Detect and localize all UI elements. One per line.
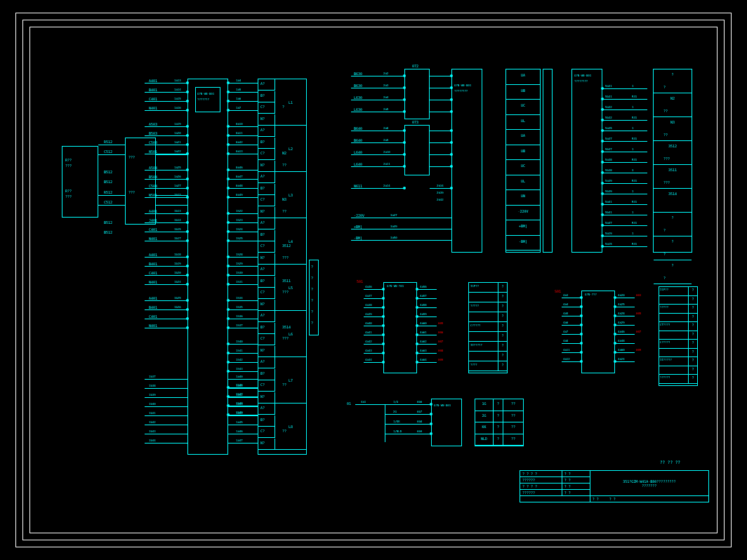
left-connector: R?? ??? R?? ??? [62, 146, 98, 218]
tb-r1-0: ?????? [520, 477, 562, 484]
tb-r0-1: ? ? [562, 471, 590, 477]
conn1-ref: 501 [357, 279, 363, 284]
conn2-name: G?N-??? [585, 293, 597, 296]
far-right-table: ??N2??N3??3512???3511???3514?????? [653, 69, 692, 253]
connector-2: G?N-??? [581, 291, 615, 373]
cad-canvas: R?? ??? R?? ??? ??? ??? R512B512C512B512… [0, 0, 747, 560]
component-sub: ??????? [197, 98, 209, 101]
tb-r2-1: ? ? [562, 484, 590, 490]
pin-table: A?L1B?C??N?A?L2B?C?N2N???A?L3B?C?N3N???A… [258, 79, 307, 455]
status-table-2: I1P???????????CT??????C???????II????????… [659, 286, 698, 386]
volt-side [543, 69, 553, 253]
title-block: ? ? ? ?? ?351?GZM-W41A-B80??????????????… [520, 470, 709, 502]
main-ic-body [187, 79, 228, 455]
status-table-1: I1P???????????C???????II???????????? [468, 282, 508, 373]
tb-sub: ??????? [642, 484, 656, 488]
pin-side: ?????? [309, 260, 319, 335]
r1-sub: ??? [65, 164, 72, 168]
comp-073: 073 [404, 125, 430, 175]
right-ic: G?N-WN-801 ???????? [571, 69, 602, 253]
tb-f0: ? ? [593, 497, 599, 501]
tb-topright: ?? ?? ?? [660, 460, 680, 465]
bottom-table: 1G???2G???KK???NLD??? [475, 399, 524, 446]
rmain-label: G?N-WN-801 [454, 84, 471, 87]
comp-072: 072 [404, 69, 430, 119]
r1-label: R?? [65, 158, 72, 162]
conn2-ref: S01 [555, 289, 561, 293]
tb-r1-1: ? ? [562, 477, 590, 484]
rmain-sub: ???????? [454, 89, 468, 93]
c072-label: 072 [412, 64, 418, 68]
tb-r2-0: ? ? ? ? [520, 484, 562, 490]
main-ic-label: G?N-WN-801 ??????? [195, 87, 220, 112]
tb-f1: ? ? [609, 497, 616, 501]
bottom-ic: G?N-WN-801 [431, 399, 462, 446]
ric-label: G?N-WN-801 [574, 74, 591, 77]
c073-label: 073 [412, 120, 418, 124]
tb-r3-1: ? ? [562, 490, 590, 496]
center-lbl-1: ??? [128, 190, 135, 194]
ric-sub: ???????? [574, 79, 588, 83]
connector-1: G?N-WN-?01 [383, 282, 417, 373]
inner-frame [29, 27, 718, 533]
tb-r0-0: ? ? ? ? [520, 471, 562, 477]
bottom-ref: 01 [347, 401, 351, 406]
right-main-ic: G?N-WN-801 ???????? [451, 69, 482, 253]
center-lbl-0: ??? [128, 155, 135, 159]
voltage-table: UAUBUCULUAUBUCULUN-220V+BM]-BM] [505, 69, 541, 253]
component-label: G?N-WN-801 [197, 92, 214, 95]
r2-label: R?? [65, 189, 72, 193]
conn1-name: G?N-WN-?01 [387, 284, 404, 288]
tb-r3-0: ?????? [520, 490, 562, 496]
r2-sub: ??? [65, 194, 72, 199]
bic-label: G?N-WN-801 [434, 404, 451, 407]
